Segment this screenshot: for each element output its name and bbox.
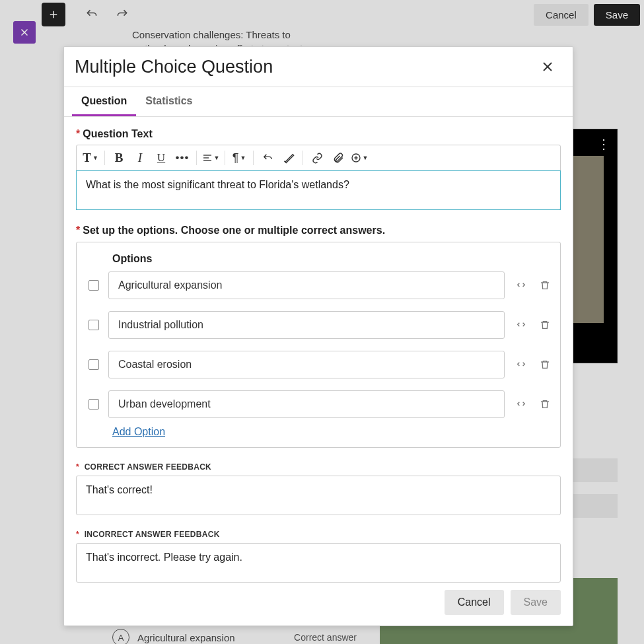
option-checkbox[interactable] (89, 399, 99, 410)
redo-button[interactable] (110, 3, 134, 26)
more-formatting-button[interactable]: ••• (172, 148, 192, 168)
option-text-input[interactable]: Agricultural expansion (108, 271, 505, 299)
attachment-button[interactable] (328, 148, 348, 168)
page-cancel-button[interactable]: Cancel (534, 4, 589, 26)
option-checkbox[interactable] (89, 280, 99, 291)
modal-cancel-button[interactable]: Cancel (445, 590, 504, 615)
option-text-input[interactable]: Coastal erosion (108, 351, 505, 378)
modal-header: Multiple Choice Question (64, 47, 573, 87)
page-save-button[interactable]: Save (594, 4, 640, 26)
answer-text: Agricultural expansion (137, 632, 235, 643)
bold-button[interactable]: B (109, 148, 129, 168)
multiple-choice-modal: Multiple Choice Question Question Statis… (63, 46, 573, 626)
tab-statistics[interactable]: Statistics (136, 87, 201, 116)
option-text-input[interactable]: Industrial pollution (108, 311, 505, 339)
correct-feedback-input[interactable]: That's correct! (76, 476, 561, 515)
delete-icon[interactable] (538, 318, 552, 332)
modal-footer: Cancel Save (64, 583, 573, 626)
modal-save-button[interactable]: Save (511, 590, 561, 615)
link-button[interactable] (307, 148, 327, 168)
modal-body: *Question Text T▼ B I U ••• ▼ ¶▼ (64, 117, 573, 583)
options-container: Options Agricultural expansion Industria… (76, 242, 561, 448)
incorrect-feedback-label: * INCORRECT ANSWER FEEDBACK (76, 530, 561, 539)
reorder-icon[interactable] (514, 357, 528, 372)
option-row: Industrial pollution (85, 311, 552, 339)
top-toolbar: Cancel Save (0, 0, 644, 29)
undo-button[interactable] (80, 3, 104, 26)
paragraph-dropdown[interactable]: ¶▼ (229, 148, 249, 168)
modal-tabs: Question Statistics (64, 87, 573, 117)
option-row: Coastal erosion (85, 351, 552, 378)
modal-close-button[interactable] (537, 56, 558, 77)
editor-toolbar: T▼ B I U ••• ▼ ¶▼ (77, 145, 560, 171)
insert-dropdown[interactable]: ▼ (349, 148, 369, 168)
delete-icon[interactable] (538, 357, 552, 372)
add-button[interactable] (42, 3, 65, 26)
reorder-icon[interactable] (514, 278, 528, 293)
delete-icon[interactable] (538, 278, 552, 293)
italic-button[interactable]: I (130, 148, 150, 168)
option-row: Agricultural expansion (85, 271, 552, 299)
bg-answer-preview: A Agricultural expansion Correct answer (112, 631, 357, 644)
tab-question[interactable]: Question (72, 87, 136, 116)
option-checkbox[interactable] (89, 359, 99, 370)
side-close-button[interactable] (13, 21, 36, 44)
modal-title: Multiple Choice Question (75, 57, 537, 77)
answer-letter-badge: A (112, 629, 129, 644)
reorder-icon[interactable] (514, 318, 528, 332)
reorder-icon[interactable] (514, 397, 528, 411)
correct-answer-label: Correct answer (294, 632, 357, 643)
option-checkbox[interactable] (89, 320, 99, 330)
option-text-input[interactable]: Urban development (108, 390, 505, 418)
undo-editor-button[interactable] (258, 148, 277, 168)
align-dropdown[interactable]: ▼ (201, 148, 221, 168)
option-row: Urban development (85, 390, 552, 418)
incorrect-feedback-input[interactable]: That's incorrect. Please try again. (76, 543, 561, 583)
question-text-editor: T▼ B I U ••• ▼ ¶▼ (76, 145, 561, 210)
kebab-icon[interactable]: ⋮ (597, 136, 610, 152)
delete-icon[interactable] (538, 397, 552, 411)
add-option-link[interactable]: Add Option (112, 426, 552, 438)
question-text-label: *Question Text (76, 128, 561, 140)
options-header: Options (112, 253, 552, 265)
question-text-input[interactable]: What is the most significant threat to F… (76, 170, 561, 210)
underline-button[interactable]: U (151, 148, 171, 168)
clear-formatting-button[interactable] (279, 148, 299, 168)
options-instruction-label: *Set up the options. Choose one or multi… (76, 225, 561, 236)
text-style-dropdown[interactable]: T▼ (81, 148, 100, 168)
correct-feedback-label: * CORRECT ANSWER FEEDBACK (76, 462, 561, 472)
